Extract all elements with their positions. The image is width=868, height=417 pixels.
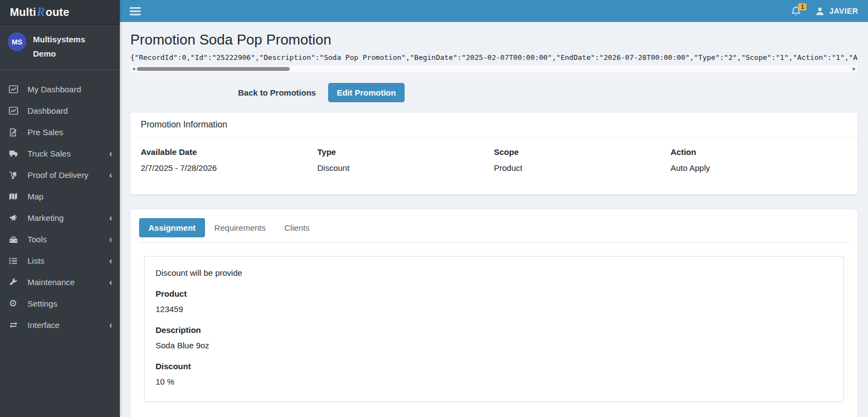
sidebar-item-tools[interactable]: Tools ‹ xyxy=(0,229,120,250)
chart-line-icon xyxy=(9,106,22,116)
sidebar-item-proof-of-delivery[interactable]: Proof of Delivery ‹ xyxy=(0,164,120,186)
top-navbar: 1 JAVIER xyxy=(120,0,868,22)
horizontal-scrollbar[interactable]: ◄ ► xyxy=(130,65,858,73)
sidebar-item-dashboard[interactable]: Dashboard xyxy=(0,100,120,121)
field-available-date: Available Date 2/7/2025 - 7/28/2026 xyxy=(141,147,317,173)
scroll-right-arrow-icon[interactable]: ► xyxy=(851,65,858,73)
chevron-left-icon: ‹ xyxy=(109,214,112,223)
field-action: Action Auto Apply xyxy=(671,147,847,173)
main-content: Promotion Soda Pop Promotion {"RecordId"… xyxy=(120,22,868,417)
sidebar-item-map[interactable]: Map xyxy=(0,186,120,207)
map-icon xyxy=(9,192,22,202)
notifications-button[interactable]: 1 xyxy=(791,6,801,16)
assignment-field-discount: Discount 10 % xyxy=(156,362,832,386)
menu-toggle-icon[interactable] xyxy=(130,7,141,15)
brand-accent-letter: R xyxy=(37,5,45,19)
dolly-icon xyxy=(9,170,22,180)
notification-count-badge: 1 xyxy=(798,3,807,10)
username-label: JAVIER xyxy=(829,7,858,15)
back-to-promotions-button[interactable]: Back to Promotions xyxy=(233,84,322,102)
tabs-row: Assignment Requirements Clients xyxy=(139,218,849,243)
user-menu[interactable]: JAVIER xyxy=(815,7,858,16)
chevron-left-icon: ‹ xyxy=(109,278,112,287)
chevron-left-icon: ‹ xyxy=(109,171,112,180)
assignment-field-product: Product 123459 xyxy=(156,289,832,314)
sidebar-item-maintenance[interactable]: Maintenance ‹ xyxy=(0,271,120,293)
tab-assignment[interactable]: Assignment xyxy=(139,218,205,237)
brand-part2: oute xyxy=(46,6,69,19)
assignment-intro: Discount will be provide xyxy=(156,268,832,277)
chart-line-icon xyxy=(9,85,22,94)
tab-clients[interactable]: Clients xyxy=(275,218,319,237)
assignment-field-description: Description Soda Blue 9oz xyxy=(156,325,832,350)
user-icon xyxy=(815,7,825,16)
company-panel[interactable]: MS Multisystems Demo xyxy=(0,25,120,70)
truck-icon xyxy=(9,149,22,159)
file-pen-icon xyxy=(9,127,22,137)
tab-requirements[interactable]: Requirements xyxy=(205,218,275,237)
sidebar: MultiRoute MS Multisystems Demo My Dashb… xyxy=(0,0,120,417)
brand-part1: Multi xyxy=(10,6,36,19)
field-type: Type Discount xyxy=(317,147,494,173)
bullhorn-icon xyxy=(9,213,22,223)
wrench-icon xyxy=(9,277,22,287)
promotion-information-header: Promotion Information xyxy=(130,113,858,137)
gear-icon: ⚙ xyxy=(9,299,22,309)
brand-logo[interactable]: MultiRoute xyxy=(0,0,120,25)
sidebar-item-interface[interactable]: Interface ‹ xyxy=(0,314,120,336)
list-icon xyxy=(9,256,22,266)
promotion-json-string: {"RecordId":0,"Id":"25222906","Descripti… xyxy=(130,53,858,62)
actions-row: Back to Promotions Edit Promotion xyxy=(233,83,858,102)
company-avatar: MS xyxy=(8,32,26,51)
scrollbar-thumb[interactable] xyxy=(137,67,290,71)
toolbox-icon xyxy=(9,235,22,244)
promotion-tabs-card: Assignment Requirements Clients Discount… xyxy=(130,209,858,417)
chevron-left-icon: ‹ xyxy=(109,149,112,158)
company-name: Multisystems Demo xyxy=(33,32,93,60)
sidebar-item-lists[interactable]: Lists ‹ xyxy=(0,250,120,271)
sidebar-item-settings[interactable]: ⚙ Settings xyxy=(0,293,120,314)
assignment-panel: Discount will be provide Product 123459 … xyxy=(144,256,844,402)
chevron-left-icon: ‹ xyxy=(109,257,112,265)
scroll-left-arrow-icon[interactable]: ◄ xyxy=(130,65,137,73)
field-scope: Scope Product xyxy=(494,147,671,173)
page-title: Promotion Soda Pop Promotion xyxy=(130,22,858,48)
chevron-left-icon: ‹ xyxy=(109,235,112,244)
sidebar-item-marketing[interactable]: Marketing ‹ xyxy=(0,207,120,229)
sidebar-item-truck-sales[interactable]: Truck Sales ‹ xyxy=(0,143,120,164)
edit-promotion-button[interactable]: Edit Promotion xyxy=(328,83,405,102)
promotion-information-card: Promotion Information Available Date 2/7… xyxy=(130,113,858,194)
sidebar-nav: My Dashboard Dashboard Pre Sales Truck S… xyxy=(0,70,120,336)
sidebar-item-pre-sales[interactable]: Pre Sales xyxy=(0,121,120,143)
chevron-left-icon: ‹ xyxy=(109,321,112,330)
exchange-arrows-icon xyxy=(9,320,22,330)
sidebar-item-my-dashboard[interactable]: My Dashboard xyxy=(0,79,120,100)
